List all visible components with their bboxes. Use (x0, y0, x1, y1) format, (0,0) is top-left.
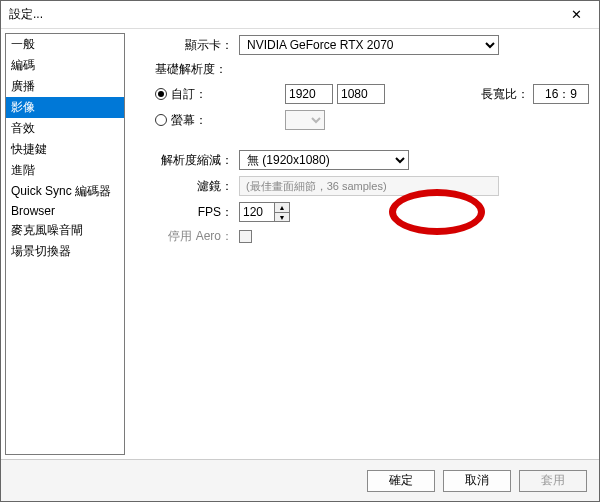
base-res-label: 基礎解析度： (155, 61, 233, 78)
filter-select: (最佳畫面細節，36 samples) (239, 176, 499, 196)
footer: 確定 取消 套用 (1, 459, 599, 501)
radio-dot-icon (155, 114, 167, 126)
aero-label: 停用 Aero： (135, 228, 239, 245)
apply-button: 套用 (519, 470, 587, 492)
radio-monitor[interactable]: 螢幕： 1 (155, 110, 589, 130)
radio-dot-icon (155, 88, 167, 100)
sidebar: 一般編碼廣播影像音效快捷鍵進階Quick Sync 編碼器Browser麥克風噪… (5, 33, 125, 455)
window-title: 設定... (9, 6, 43, 23)
res-height-input[interactable] (337, 84, 385, 104)
cancel-button[interactable]: 取消 (443, 470, 511, 492)
aspect-label: 長寬比： (481, 86, 529, 103)
radio-monitor-label: 螢幕： (171, 112, 207, 129)
sidebar-item[interactable]: Quick Sync 編碼器 (6, 181, 124, 202)
radio-custom[interactable]: 自訂： 長寬比： (155, 84, 589, 104)
display-card-label: 顯示卡： (135, 37, 239, 54)
sidebar-item[interactable]: 麥克風噪音閘 (6, 220, 124, 241)
aero-checkbox (239, 230, 252, 243)
sidebar-item[interactable]: 音效 (6, 118, 124, 139)
body: 一般編碼廣播影像音效快捷鍵進階Quick Sync 編碼器Browser麥克風噪… (1, 29, 599, 459)
titlebar: 設定... ✕ (1, 1, 599, 29)
sidebar-item[interactable]: 廣播 (6, 76, 124, 97)
spin-down-icon[interactable]: ▼ (275, 212, 289, 221)
radio-custom-label: 自訂： (171, 86, 207, 103)
sidebar-item[interactable]: 進階 (6, 160, 124, 181)
fps-input[interactable]: ▲ ▼ (239, 202, 290, 222)
downscale-select[interactable]: 無 (1920x1080) (239, 150, 409, 170)
sidebar-item[interactable]: 快捷鍵 (6, 139, 124, 160)
close-button[interactable]: ✕ (559, 4, 593, 26)
sidebar-item[interactable]: 影像 (6, 97, 124, 118)
downscale-label: 解析度縮減： (135, 152, 239, 169)
ok-button[interactable]: 確定 (367, 470, 435, 492)
fps-value[interactable] (240, 203, 274, 221)
filter-hint: (最佳畫面細節，36 samples) (246, 179, 387, 194)
aspect-value[interactable] (533, 84, 589, 104)
fps-label: FPS： (135, 204, 239, 221)
sidebar-item[interactable]: 一般 (6, 34, 124, 55)
settings-window: 設定... ✕ 一般編碼廣播影像音效快捷鍵進階Quick Sync 編碼器Bro… (0, 0, 600, 502)
res-width-input[interactable] (285, 84, 333, 104)
sidebar-item[interactable]: 編碼 (6, 55, 124, 76)
monitor-select: 1 (285, 110, 325, 130)
main-panel: 顯示卡： NVIDIA GeForce RTX 2070 基礎解析度： 自訂： … (129, 29, 599, 459)
close-icon: ✕ (571, 7, 582, 22)
display-card-select[interactable]: NVIDIA GeForce RTX 2070 (239, 35, 499, 55)
sidebar-item[interactable]: Browser (6, 202, 124, 220)
sidebar-item[interactable]: 場景切換器 (6, 241, 124, 262)
filter-label: 濾鏡： (135, 178, 239, 195)
spin-up-icon[interactable]: ▲ (275, 203, 289, 212)
